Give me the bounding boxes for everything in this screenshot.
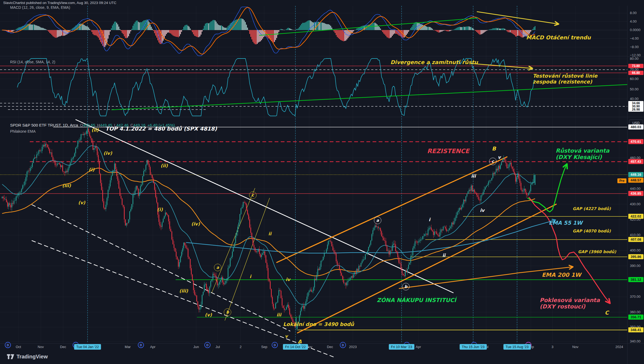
symbol-title: SPDR S&P 500 ETF TRUST, 1D, Arca [10,123,78,127]
wave-label-v[interactable]: v [285,333,288,339]
annotation-gap-4227[interactable]: GAP (4227 bodů) [573,207,611,211]
ohlc-value: 442.46 [116,123,129,127]
annotation-growth-1[interactable]: Růstová varianta [556,148,609,154]
time-axis-label: 2024 [616,345,623,349]
overlay-indicator-label[interactable]: Philakone EMA [10,129,36,133]
annotation-gap-3960[interactable]: GAP (3960 bodů) [578,250,616,254]
ohlc-value: 449.45 [100,123,112,127]
wave-label-i[interactable]: (i) [157,207,163,212]
scale-tick: 370.00 [630,295,641,299]
time-axis-label: Jun [193,345,199,349]
scale-tick: 50.00 [630,87,639,91]
macd-indicator-label[interactable]: MACD (12, 26, close, 9, EMA, EMA) [10,5,70,10]
time-axis-label: Oct [16,345,21,349]
scale-tick: 390.00 [630,264,641,268]
annotation-decline-2[interactable]: (DXY rostoucí) [540,304,585,309]
time-axis-label: 2 [240,345,241,349]
scale-tick: 340.00 [630,339,641,343]
ohlc-key: L [114,123,116,127]
time-axis-label: 3 [551,345,553,349]
price-badge: 348.41 [628,327,643,332]
annotation-gap-4070[interactable]: GAP (4070 bodů) [573,229,611,233]
price-badge: 457.43 [628,159,643,164]
ohlc-key: O [80,123,83,127]
wave-label-i[interactable]: i [429,217,430,222]
price-badge: 395.86 [628,254,643,259]
wave-label-iii[interactable]: iii [471,173,476,179]
ohlc-key: H [97,123,100,127]
circled-label-b[interactable]: b [402,283,410,290]
time-axis-label: Sep [261,345,267,349]
wave-label-iii[interactable]: iii [276,312,281,317]
rsi-indicator-label[interactable]: RSI (14, close, SMA, 14, 2) [10,60,55,64]
annotation-zona[interactable]: ZÓNA NÁKUPU INSTITUCÍ [377,297,456,303]
time-axis-label: Dec [60,345,66,349]
wave-label-i[interactable]: (i) [89,167,94,172]
scale-tick: 40.00 [630,97,639,101]
scale-tick: −8.00 [630,45,639,49]
wave-label-v[interactable]: v [498,154,501,160]
time-axis-highlight: Fri 10 Mar '23 [389,344,414,350]
wave-label-iii[interactable]: (iii) [62,183,71,188]
price-badge: 422.02 [628,214,643,219]
price-scale[interactable]: USD 8.004.000.0000−4.00−8.00−12.0080.007… [627,0,644,364]
annotation-lokalni[interactable]: Lokální dno = 3490 bodů [283,322,354,327]
scale-tick: 360.00 [630,310,641,314]
scale-tick: 430.00 [630,202,641,206]
time-axis-label: Dec [327,345,333,349]
annotation-decline-1[interactable]: Poklesová varianta [540,297,600,303]
wave-label-ii[interactable]: (ii) [91,127,98,133]
price-badge: 449.16 [628,172,643,177]
time-axis-highlight: Tue 15 Aug '23 [503,344,531,350]
wave-label-ii[interactable]: ii [268,231,271,236]
wave-label-i[interactable]: i [250,274,251,279]
wave-label-iv[interactable]: (iv) [104,150,112,156]
time-axis-label: Nov [38,345,44,349]
time-axis-label: Apr [416,345,421,349]
time-axis[interactable]: OctNovDecTue 04 Jan '22MarAprJunJul2SepF… [0,343,644,351]
wave-label-v[interactable]: (v) [78,200,85,205]
price-badge: 470.61 [628,139,643,144]
annotation-rsi-test-2[interactable]: zespoda (rezistence) [533,79,592,85]
annotation-ema55-label[interactable]: EMA 55 1W [549,220,583,226]
annotation-ema200-label[interactable]: EMA 200 1W [542,272,581,278]
wave-label-ii[interactable]: ii [442,253,445,258]
circled-label-c[interactable]: c [249,191,257,199]
annotation-growth-2[interactable]: (DXY Klesající) [556,154,602,160]
time-axis-highlight: Fri 14 Oct '22 [283,344,308,350]
price-badge: 407.08 [628,237,643,242]
wave-label-iv[interactable]: iv [480,208,485,213]
wave-label-iii[interactable]: (iii) [179,288,188,294]
ohlc-value: 449.16 [133,123,146,127]
price-badge: 381.12 [628,277,643,282]
wave-label-ii[interactable]: (ii) [160,163,168,168]
time-axis-highlight: Thu 15 Jun '23 [460,344,487,350]
scale-tick: 400.00 [630,248,641,252]
annotation-rezistence[interactable]: REZISTENCE [427,148,469,154]
annotation-rsi-test-1[interactable]: Testování růstové linie [533,73,597,79]
annotation-rsi-divergence[interactable]: Divergence a zamítnutí růstu [390,60,478,65]
wave-label-B[interactable]: B [492,145,496,152]
tradingview-published-chart: SlavicChartist published on TradingView.… [0,0,644,364]
time-axis-label: 2023 [349,345,357,349]
time-axis-label: Jul [216,345,220,349]
scale-tick: −4.00 [630,36,639,40]
circled-label-c[interactable]: c [489,158,497,165]
scale-tick: 410.00 [630,233,641,237]
wave-label-v[interactable]: (v) [205,312,212,317]
wave-label-iv[interactable]: (iv) [191,221,200,227]
circled-label-b[interactable]: b [224,308,231,316]
publish-header: SlavicChartist published on TradingView.… [0,0,644,6]
time-axis-highlight: Tue 04 Jan '22 [74,344,101,350]
scale-tick: 60.00 [630,77,639,81]
price-badge: 66.80 [628,71,643,75]
scale-tick: 80.00 [630,57,639,61]
symbol-legend[interactable]: SPDR S&P 500 ETF TRUST, 1D, ArcaO442.65H… [10,123,175,127]
circled-label-a[interactable]: a [374,217,381,224]
price-badge: 26.98 [628,107,643,112]
price-badge: 448.57 [628,178,643,183]
circled-label-a[interactable]: a [214,264,221,271]
wave-label-iv[interactable]: iv [286,277,290,282]
annotation-macd-note[interactable]: MACD Otáčení trendu [526,35,591,40]
wave-label-C[interactable]: C [605,309,609,316]
